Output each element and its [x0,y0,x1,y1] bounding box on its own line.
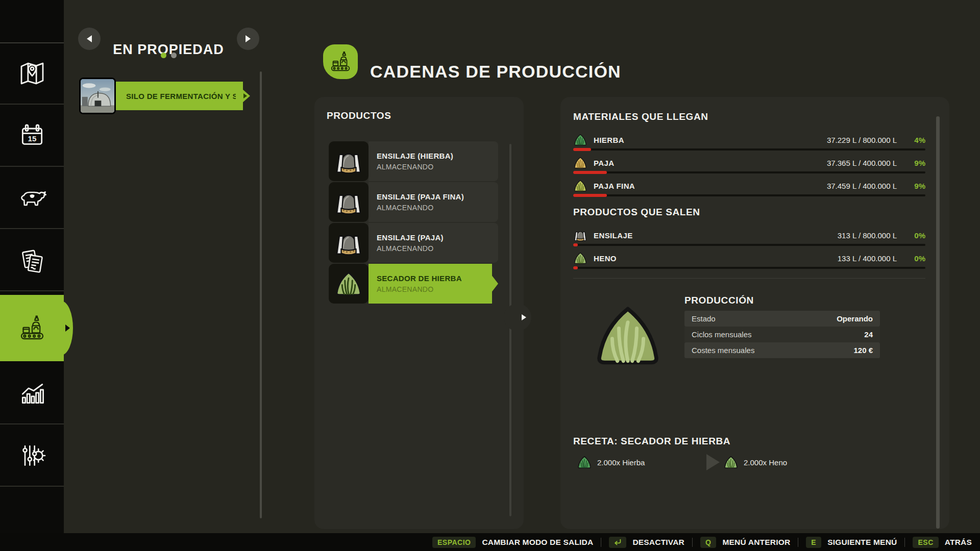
separator [692,538,693,547]
product-status: ALMACENANDO [377,244,498,253]
app-window: EN PROPIEDAD SILO DE FERMENTACIÓN Y SEC … [0,0,980,551]
key-q: Q [700,537,716,548]
product-status: ALMACENANDO [377,163,498,171]
silo-photo [81,79,114,113]
sidebar-item-production-chains[interactable] [0,295,64,361]
hay-icon [573,251,587,265]
input-row-hierba: HIERBA 37.229 L / 800.000 L 4% [573,131,925,148]
table-row: Costes mensuales 120 € [684,342,880,358]
production-title: PRODUCCIÓN [684,295,925,306]
separator [904,538,905,547]
grass-pile-icon [329,264,369,304]
production-product-icon [573,295,684,373]
recipe-input: 2.000x Hierba [597,458,664,467]
inputs-title: MATERIALES QUE LLEGAN [573,111,925,122]
action-change-output-mode[interactable]: ESPACIO CAMBIAR MODO DE SALIDA [432,537,593,548]
silage-bunker-icon [329,223,369,263]
product-item[interactable]: ENSILAJE (PAJA FINA) ALMACENANDO [329,182,498,222]
active-tab-arrow-icon [65,324,70,332]
action-next-menu[interactable]: E SIGUIENTE MENÚ [806,537,897,548]
output-progress-heno [573,267,925,269]
output-row-heno: HENO 133 L / 400.000 L 0% [573,249,925,267]
silage-bunker-icon [329,182,369,222]
owned-item-thumbnail [79,78,116,114]
output-progress-ensilaje [573,244,925,246]
chaff-icon [573,179,587,193]
hay-icon [723,455,739,470]
enter-key-icon [609,537,626,548]
calendar-icon [18,121,46,150]
bottom-bar: ESPACIO CAMBIAR MODO DE SALIDA DESACTIVA… [0,533,980,551]
key-espacio: ESPACIO [432,537,476,548]
table-row: Estado Operando [684,311,880,327]
product-item[interactable]: ENSILAJE (PAJA) ALMACENANDO [329,223,498,263]
action-previous-menu[interactable]: Q MENÚ ANTERIOR [700,537,790,548]
input-row-paja-fina: PAJA FINA 37.459 L / 400.000 L 9% [573,177,925,194]
products-scrollbar[interactable] [509,144,511,516]
page-title: CADENAS DE PRODUCCIÓN [370,62,621,82]
recipe-output: 2.000x Heno [744,458,787,467]
table-row: Ciclos mensuales 24 [684,327,880,342]
action-deactivate[interactable]: DESACTIVAR [609,537,684,548]
details-scrollbar[interactable] [936,116,940,529]
sidebar-item-animals[interactable] [0,168,64,229]
grass-icon [577,455,592,470]
input-progress-hierba [573,148,925,151]
sidebar-item-calendar[interactable] [0,106,64,167]
sidebar-top-block [0,0,64,43]
owned-prev-button[interactable] [78,28,101,50]
separator [798,538,798,547]
product-status: ALMACENANDO [377,204,498,212]
recipe-row: 2.000x Hierba 2.000x Heno [573,453,925,471]
product-name: ENSILAJE (PAJA FINA) [377,192,498,201]
product-item[interactable]: ENSILAJE (HIERBA) ALMACENANDO [329,141,498,181]
outputs-title: PRODUCTOS QUE SALEN [573,207,925,218]
products-list: ENSILAJE (HIERBA) ALMACENANDO ENSILAJE (… [329,141,498,305]
owned-item-arrow-icon [243,93,247,98]
product-name: ENSILAJE (PAJA) [377,233,498,242]
straw-icon [573,156,587,170]
key-e: E [806,537,821,548]
production-section: PRODUCCIÓN Estado Operando Ciclos mensua… [573,295,925,373]
sidebar-item-statistics[interactable] [0,363,64,424]
silage-bunker-icon [329,141,369,181]
product-status: ALMACENANDO [377,285,498,293]
product-item-selected[interactable]: SECADOR DE HIERBA ALMACENANDO [329,264,498,304]
sidebar-item-settings[interactable] [0,425,64,487]
sidebar [0,0,64,533]
owned-item-plate: SILO DE FERMENTACIÓN Y SEC [115,82,250,110]
animals-icon [18,184,46,212]
separator [601,538,601,547]
map-icon [18,59,46,88]
product-name: ENSILAJE (HIERBA) [377,152,498,160]
silage-icon [573,228,587,242]
production-header-icon [323,44,358,79]
prev-arrow-icon [87,35,92,42]
products-panel: PRODUCTOS ENSILAJE (HIERBA) ALMACENANDO … [314,97,524,529]
key-esc: ESC [913,537,938,548]
page-dot [171,53,177,58]
grass-icon [573,133,587,147]
input-row-paja: PAJA 37.365 L / 400.000 L 9% [573,154,925,171]
section-divider [573,278,925,279]
details-panel: MATERIALES QUE LLEGAN HIERBA 37.229 L / … [560,97,949,529]
owned-item-silo[interactable]: SILO DE FERMENTACIÓN Y SEC [79,78,250,114]
expand-arrow-icon [522,314,526,320]
play-arrow-icon [706,454,720,470]
page-dot-active [161,53,166,58]
settings-icon [18,441,46,470]
expand-panel-button[interactable] [504,304,531,331]
owned-next-button[interactable] [237,28,259,50]
products-title: PRODUCTOS [327,110,391,121]
next-arrow-icon [246,35,251,42]
page-dots [0,53,337,58]
output-row-ensilaje: ENSILAJE 313 L / 800.000 L 0% [573,227,925,244]
production-table: Estado Operando Ciclos mensuales 24 Cost… [684,311,880,358]
recipe-title: RECETA: SECADOR DE HIERBA [573,436,925,447]
grass-pile-large-icon [586,300,669,371]
action-back[interactable]: ESC ATRÁS [913,537,972,548]
finances-icon [18,246,46,274]
owned-item-label: SILO DE FERMENTACIÓN Y SEC [126,92,236,101]
sidebar-item-finances[interactable] [0,230,64,291]
owned-scrollbar[interactable] [260,71,262,518]
